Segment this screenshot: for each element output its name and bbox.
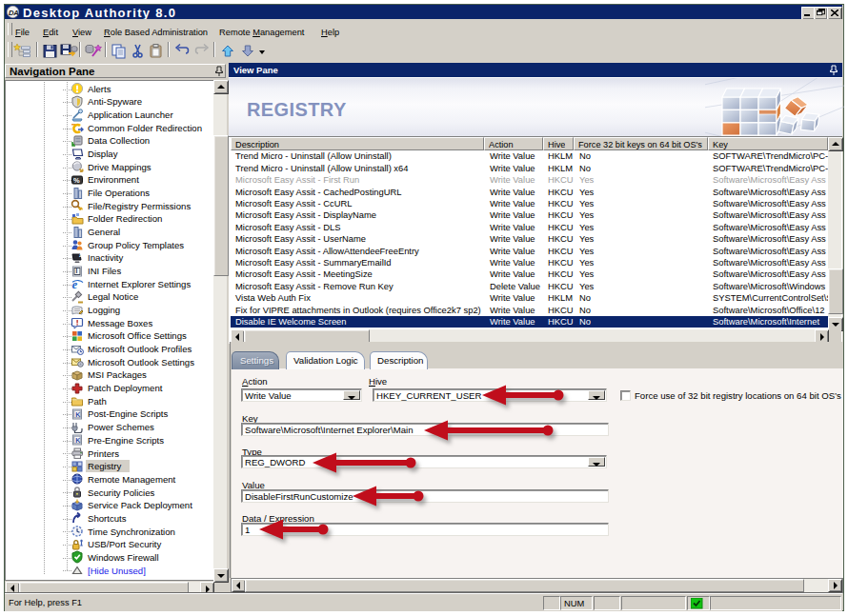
svg-text:I: I (76, 268, 78, 274)
svg-text:K: K (75, 410, 80, 417)
svg-text:K: K (75, 437, 80, 444)
svg-text:DA: DA (9, 9, 19, 17)
svg-text:e: e (72, 277, 78, 290)
svg-text:%: % (73, 176, 80, 185)
svg-text:z: z (79, 252, 82, 258)
